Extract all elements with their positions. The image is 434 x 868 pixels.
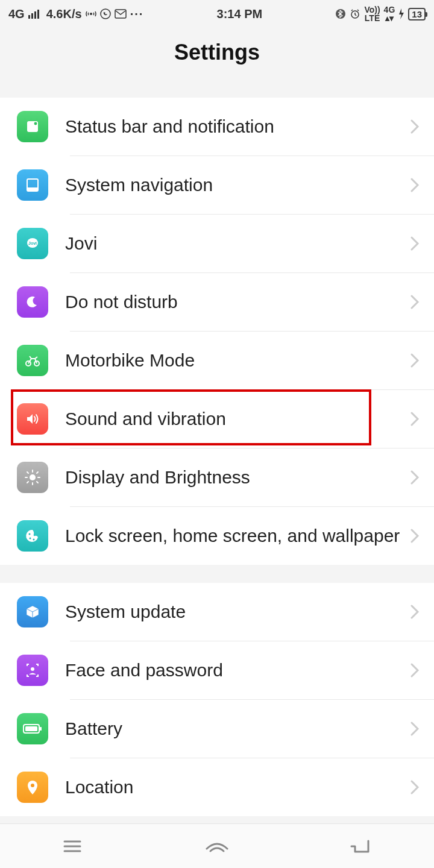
group-gap bbox=[0, 80, 434, 98]
item-label: Face and password bbox=[65, 659, 403, 682]
svg-point-5 bbox=[101, 9, 110, 19]
svg-point-4 bbox=[90, 13, 92, 15]
settings-group-2: System update Face and password Battery … bbox=[0, 583, 434, 816]
clock: 3:14 PM bbox=[217, 7, 263, 21]
item-label: Do not disturb bbox=[65, 291, 403, 313]
svg-line-25 bbox=[27, 482, 28, 483]
svg-rect-1 bbox=[31, 13, 33, 19]
moon-icon bbox=[17, 286, 48, 318]
net2-label: 4G▴▾ bbox=[384, 5, 395, 22]
jovi-icon: Jovi bbox=[17, 228, 48, 259]
speaker-icon bbox=[17, 403, 48, 435]
nav-back-button[interactable] bbox=[344, 834, 380, 858]
svg-point-28 bbox=[33, 539, 35, 541]
nav-home-button[interactable] bbox=[199, 834, 235, 858]
chevron-right-icon bbox=[410, 177, 420, 193]
square-icon bbox=[17, 111, 48, 142]
palette-icon bbox=[17, 520, 48, 552]
svg-text:Jovi: Jovi bbox=[28, 241, 37, 245]
svg-point-33 bbox=[31, 784, 34, 787]
item-label: Motorbike Mode bbox=[65, 349, 403, 372]
nav-bar bbox=[0, 823, 434, 868]
signal-icon bbox=[28, 9, 40, 19]
svg-rect-12 bbox=[27, 187, 38, 191]
chevron-right-icon bbox=[410, 779, 420, 795]
status-bar: 4G 4.6K/s ··· 3:14 PM Vo))LTE 4G▴▾ 13 bbox=[0, 0, 434, 28]
svg-rect-2 bbox=[34, 11, 36, 19]
svg-rect-31 bbox=[40, 727, 42, 731]
page-title: Settings bbox=[0, 40, 434, 65]
svg-rect-32 bbox=[25, 726, 37, 731]
cube-icon bbox=[17, 596, 48, 627]
status-right: Vo))LTE 4G▴▾ 13 bbox=[335, 5, 426, 22]
svg-point-17 bbox=[30, 474, 36, 480]
nav-icon bbox=[17, 169, 48, 201]
chevron-right-icon bbox=[410, 294, 420, 310]
item-system-navigation[interactable]: System navigation bbox=[17, 156, 434, 214]
network-label: 4G bbox=[8, 7, 25, 21]
charging-icon bbox=[398, 8, 404, 19]
item-status-bar-notification[interactable]: Status bar and notification bbox=[17, 98, 434, 156]
item-jovi[interactable]: Jovi Jovi bbox=[17, 215, 434, 272]
svg-point-26 bbox=[29, 533, 31, 535]
svg-point-10 bbox=[34, 122, 37, 125]
svg-point-29 bbox=[31, 667, 34, 671]
pin-icon bbox=[17, 772, 48, 803]
more-icon: ··· bbox=[130, 7, 144, 21]
svg-rect-0 bbox=[28, 15, 30, 19]
item-do-not-disturb[interactable]: Do not disturb bbox=[17, 273, 434, 331]
item-lock-home-wallpaper[interactable]: Lock screen, home screen, and wallpaper bbox=[17, 507, 434, 565]
item-label: Battery bbox=[65, 717, 403, 740]
chevron-right-icon bbox=[410, 353, 420, 368]
svg-line-22 bbox=[27, 472, 28, 473]
svg-point-27 bbox=[30, 538, 31, 539]
brightness-icon bbox=[17, 462, 48, 493]
chevron-right-icon bbox=[410, 721, 420, 737]
svg-line-24 bbox=[37, 472, 38, 473]
group-gap bbox=[0, 565, 434, 583]
item-label: Location bbox=[65, 776, 403, 799]
chevron-right-icon bbox=[410, 662, 420, 678]
battery-icon bbox=[17, 713, 48, 744]
chevron-right-icon bbox=[410, 119, 420, 134]
svg-rect-6 bbox=[115, 10, 126, 18]
page-header: Settings bbox=[0, 28, 434, 80]
item-battery[interactable]: Battery bbox=[17, 700, 434, 758]
item-display-brightness[interactable]: Display and Brightness bbox=[17, 448, 434, 506]
svg-rect-3 bbox=[37, 10, 39, 19]
item-label: Sound and vibration bbox=[65, 407, 403, 430]
item-label: System update bbox=[65, 600, 403, 623]
volte-label: Vo))LTE bbox=[364, 5, 380, 22]
chevron-right-icon bbox=[410, 411, 420, 427]
chevron-right-icon bbox=[410, 236, 420, 251]
chevron-right-icon bbox=[410, 470, 420, 485]
item-label: Status bar and notification bbox=[65, 115, 403, 138]
speed-label: 4.6K/s bbox=[46, 7, 82, 21]
item-face-password[interactable]: Face and password bbox=[17, 641, 434, 699]
item-label: System navigation bbox=[65, 174, 403, 197]
item-location[interactable]: Location bbox=[17, 758, 434, 816]
motorbike-icon bbox=[17, 345, 48, 376]
bluetooth-icon bbox=[335, 8, 346, 19]
item-label: Lock screen, home screen, and wallpaper bbox=[65, 524, 403, 547]
face-icon bbox=[17, 655, 48, 686]
status-left: 4G 4.6K/s ··· bbox=[8, 7, 143, 21]
item-label: Display and Brightness bbox=[65, 466, 403, 489]
item-system-update[interactable]: System update bbox=[17, 583, 434, 641]
hotspot-icon bbox=[86, 9, 96, 19]
alarm-icon bbox=[350, 8, 360, 19]
item-sound-vibration[interactable]: Sound and vibration bbox=[17, 390, 434, 448]
chevron-right-icon bbox=[410, 528, 420, 544]
whatsapp-icon bbox=[100, 8, 111, 19]
chevron-right-icon bbox=[410, 604, 420, 620]
svg-line-23 bbox=[37, 482, 38, 483]
item-motorbike-mode[interactable]: Motorbike Mode bbox=[17, 332, 434, 389]
item-label: Jovi bbox=[65, 232, 403, 255]
battery-indicator: 13 bbox=[408, 8, 426, 20]
mail-icon bbox=[115, 9, 127, 19]
settings-group-1: Status bar and notification System navig… bbox=[0, 98, 434, 565]
nav-recents-button[interactable] bbox=[54, 834, 90, 858]
